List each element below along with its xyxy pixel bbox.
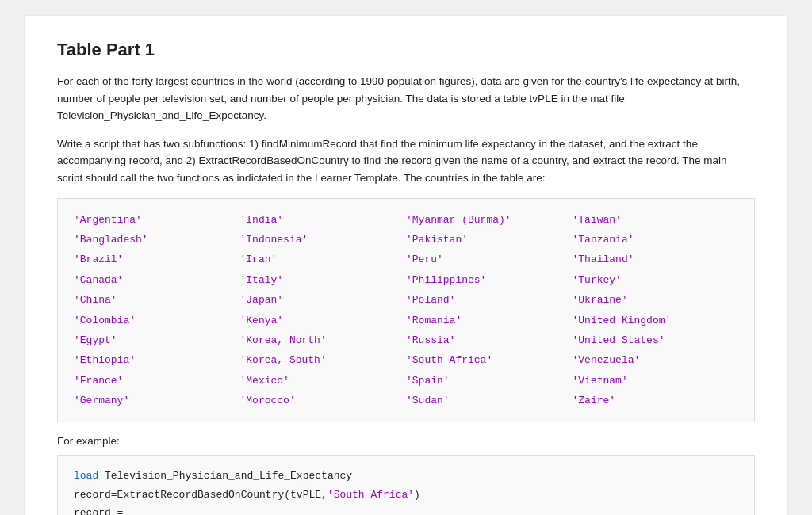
list-item: 'France': [74, 371, 240, 391]
list-item: 'Myanmar (Burma)': [406, 210, 573, 230]
list-item: 'Iran': [240, 250, 407, 269]
list-item: 'Egypt': [74, 330, 240, 350]
list-item: 'Bangladesh': [74, 230, 240, 250]
output-code-block: load Television_Physician_and_Life_Expec…: [57, 455, 755, 515]
list-item: 'Turkey': [573, 270, 739, 290]
list-item: 'Thailand': [573, 250, 739, 269]
country-grid: 'Argentina' 'Bangladesh' 'Brazil' 'Canad…: [74, 210, 738, 411]
list-item: 'Indonesia': [240, 230, 407, 250]
list-item: 'Kenya': [240, 311, 407, 330]
code-country-arg: 'South Africa': [327, 489, 414, 501]
list-item: 'Poland': [406, 290, 573, 310]
list-item: 'Italy': [240, 270, 407, 290]
list-item: 'Sudan': [406, 391, 573, 410]
list-item: 'Taiwan': [573, 210, 739, 230]
code-line-3: record =: [74, 504, 738, 515]
keyword-load: load: [74, 470, 98, 482]
list-item: 'Korea, North': [240, 330, 407, 350]
list-item: 'Japan': [240, 290, 407, 310]
list-item: 'Mexico': [240, 371, 407, 391]
country-col-3: 'Myanmar (Burma)' 'Pakistan' 'Peru' 'Phi…: [406, 210, 573, 411]
list-item: 'Morocco': [240, 391, 407, 410]
code-line-2: record=ExtractRecordBasedOnCountry(tvPLE…: [74, 486, 738, 504]
countries-code-block: 'Argentina' 'Bangladesh' 'Brazil' 'Canad…: [57, 198, 755, 423]
list-item: 'Vietnam': [573, 371, 739, 391]
list-item: 'United Kingdom': [573, 311, 739, 330]
list-item: 'Pakistan': [406, 230, 573, 250]
list-item: 'Canada': [74, 270, 240, 290]
list-item: 'Ukraine': [573, 290, 739, 310]
description-2: Write a script that has two subfunctions…: [57, 135, 755, 187]
code-line-1: load Television_Physician_and_Life_Expec…: [74, 467, 738, 485]
code-close-paren: ): [414, 489, 420, 501]
list-item: 'Philippines': [406, 270, 573, 290]
list-item: 'Peru': [406, 250, 573, 269]
list-item: 'China': [74, 290, 240, 310]
list-item: 'South Africa': [406, 350, 573, 370]
list-item: 'Venezuela': [573, 350, 739, 370]
code-record-equals: record =: [74, 507, 123, 515]
list-item: 'Argentina': [74, 210, 240, 230]
list-item: 'Zaire': [573, 391, 739, 410]
list-item: 'United States': [573, 330, 739, 350]
list-item: 'Colombia': [74, 311, 240, 330]
list-item: 'Korea, South': [240, 350, 407, 370]
main-page: Table Part 1 For each of the forty large…: [25, 16, 787, 515]
list-item: 'Romania': [406, 311, 573, 330]
description-1: For each of the forty largest countries …: [57, 73, 755, 124]
list-item: 'Brazil': [74, 250, 240, 269]
for-example-label: For example:: [57, 435, 755, 447]
country-col-2: 'India' 'Indonesia' 'Iran' 'Italy' 'Japa…: [240, 210, 407, 411]
page-title: Table Part 1: [57, 40, 755, 60]
country-col-4: 'Taiwan' 'Tanzania' 'Thailand' 'Turkey' …: [573, 210, 739, 411]
list-item: 'Spain': [406, 371, 573, 391]
list-item: 'Tanzania': [573, 230, 739, 250]
list-item: 'Germany': [74, 391, 240, 410]
list-item: 'India': [240, 210, 407, 230]
list-item: 'Russia': [406, 330, 573, 350]
list-item: 'Ethiopia': [74, 350, 240, 370]
code-filename: Television_Physician_and_Life_Expectancy: [105, 470, 352, 482]
code-record-call: record=ExtractRecordBasedOnCountry(tvPLE…: [74, 489, 327, 501]
country-col-1: 'Argentina' 'Bangladesh' 'Brazil' 'Canad…: [74, 210, 240, 411]
